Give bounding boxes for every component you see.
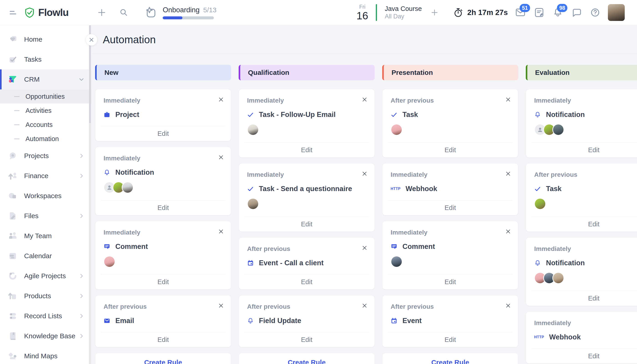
card-header-row: Immediately [95, 229, 231, 236]
sidebar-item-tasks[interactable]: Tasks [0, 49, 91, 70]
edit-rule-button[interactable]: Edit [244, 216, 369, 232]
delete-rule-button[interactable] [505, 170, 511, 178]
automation-rule-card: After previousTaskEdit [382, 89, 518, 158]
notifications-button[interactable]: 98 [552, 6, 564, 18]
create-rule-card[interactable]: Create Rule [95, 353, 231, 364]
current-event[interactable]: Java Course All Day [385, 4, 422, 20]
create-rule-card[interactable]: Create Rule [239, 353, 375, 364]
edit-rule-button[interactable]: Edit [532, 348, 637, 364]
close-page-button[interactable] [86, 34, 97, 46]
automation-rule-card: After previousEmailEdit [95, 295, 231, 348]
event-accent-bar [376, 4, 377, 21]
search-button[interactable] [118, 6, 130, 18]
card-header-row: After previous [239, 303, 374, 311]
team-icon [8, 231, 18, 241]
rule-action-label: Event [402, 317, 422, 325]
column-cards: After previousTaskEditImmediatelyHTTPWeb… [382, 89, 518, 364]
delete-rule-button[interactable] [218, 302, 224, 310]
close-icon [218, 96, 224, 102]
edit-rule-button[interactable]: Edit [388, 200, 512, 215]
automation-rule-card: ImmediatelyProjectEdit [95, 89, 231, 141]
edit-rule-button[interactable]: Edit [244, 142, 369, 158]
column-cards: ImmediatelyTask - Follow-Up EmailEditImm… [239, 89, 375, 364]
sidebar-item-opportunities[interactable]: Opportunities [0, 90, 91, 104]
menu-toggle-button[interactable] [7, 6, 19, 18]
sidebar-item-my-team[interactable]: My Team [0, 226, 91, 246]
sidebar-item-crm[interactable]: CRM [0, 70, 91, 90]
sidebar-item-mind-maps[interactable]: Mind Maps [0, 346, 91, 364]
edit-rule-button[interactable]: Edit [532, 216, 637, 232]
edit-rule-button[interactable]: Edit [101, 200, 226, 215]
rule-action-row: Comment [95, 242, 231, 251]
add-event-button[interactable] [428, 6, 440, 18]
sidebar-item-automation[interactable]: Automation [0, 132, 91, 146]
edit-rule-button[interactable]: Edit [244, 274, 369, 290]
plus-icon [96, 7, 107, 18]
delete-rule-button[interactable] [362, 302, 368, 310]
edit-rule-button[interactable]: Edit [388, 332, 512, 347]
quick-add-button[interactable] [96, 6, 108, 18]
notes-button[interactable] [533, 6, 545, 18]
edit-rule-button[interactable]: Edit [388, 274, 512, 290]
sidebar-scrollbar[interactable] [89, 25, 91, 364]
delete-rule-button[interactable] [218, 96, 224, 104]
rule-action-row: Notification [526, 110, 637, 119]
assignee-avatars [239, 124, 374, 136]
sidebar-item-workspaces[interactable]: Workspaces [0, 186, 91, 206]
sidebar-item-record-lists[interactable]: Record Lists [0, 306, 91, 326]
delete-rule-button[interactable] [362, 170, 368, 178]
column-title: Presentation [392, 69, 433, 76]
mail-button[interactable]: 51 [514, 6, 526, 18]
sidebar-item-finance[interactable]: Finance [0, 166, 91, 186]
rule-trigger-label: After previous [104, 303, 147, 310]
sidebar-item-files[interactable]: Files [0, 206, 91, 226]
sidebar-item-knowledge-base[interactable]: Knowledge Base [0, 326, 91, 346]
help-button[interactable] [589, 6, 601, 18]
delete-rule-button[interactable] [505, 228, 511, 236]
delete-rule-button[interactable] [505, 302, 511, 310]
rule-action-label: Notification [115, 168, 154, 176]
chevron-down-icon [78, 76, 84, 82]
sidebar-item-activities[interactable]: Activities [0, 104, 91, 118]
tasks-icon [8, 54, 18, 64]
sidebar-item-projects[interactable]: Projects [0, 146, 91, 166]
edit-rule-button[interactable]: Edit [101, 126, 226, 141]
rule-trigger-label: Immediately [534, 320, 571, 327]
column-cards: ImmediatelyNotificationEditAfter previou… [526, 89, 637, 364]
sidebar-item-calendar[interactable]: Calendar [0, 246, 91, 266]
date-widget[interactable]: Fri 16 [356, 4, 368, 21]
board-column-qualification: QualificationImmediatelyTask - Follow-Up… [239, 65, 375, 364]
agile-icon [8, 271, 18, 281]
delete-rule-button[interactable] [218, 154, 224, 161]
user-avatar[interactable] [608, 4, 625, 21]
delete-rule-button[interactable] [362, 96, 368, 104]
bell-icon [247, 317, 254, 324]
edit-rule-button[interactable]: Edit [101, 332, 226, 347]
delete-rule-button[interactable] [218, 228, 224, 236]
sidebar-item-agile-projects[interactable]: Agile Projects [0, 266, 91, 286]
avatar [122, 182, 134, 194]
rule-action-row: Task - Follow-Up Email [239, 110, 374, 119]
card-header-row: Immediately [95, 155, 231, 162]
edit-rule-button[interactable]: Edit [244, 332, 369, 347]
delete-rule-button[interactable] [362, 245, 368, 252]
chat-button[interactable] [570, 6, 582, 18]
mindmaps-icon [8, 351, 18, 361]
create-rule-card[interactable]: Create Rule [382, 353, 518, 364]
rule-action-label: Event - Call a client [259, 259, 324, 267]
card-header-row: Immediately [239, 171, 374, 179]
edit-rule-button[interactable]: Edit [388, 142, 512, 158]
edit-rule-button[interactable]: Edit [101, 274, 226, 290]
time-tracker[interactable]: 2h 17m 27s [453, 7, 508, 18]
check-icon [534, 186, 541, 192]
workspaces-icon [8, 191, 18, 201]
sidebar-item-home[interactable]: Home [0, 29, 91, 49]
edit-rule-button[interactable]: Edit [532, 142, 637, 158]
sidebar-item-products[interactable]: Products [0, 286, 91, 306]
edit-rule-button[interactable]: Edit [532, 291, 637, 306]
sidebar-item-accounts[interactable]: Accounts [0, 118, 91, 132]
flowlu-logo[interactable]: Flowlu [24, 7, 68, 18]
delete-rule-button[interactable] [505, 96, 511, 104]
column-header: Presentation [382, 65, 518, 80]
onboarding-widget[interactable]: Onboarding 5/13 [144, 6, 216, 19]
